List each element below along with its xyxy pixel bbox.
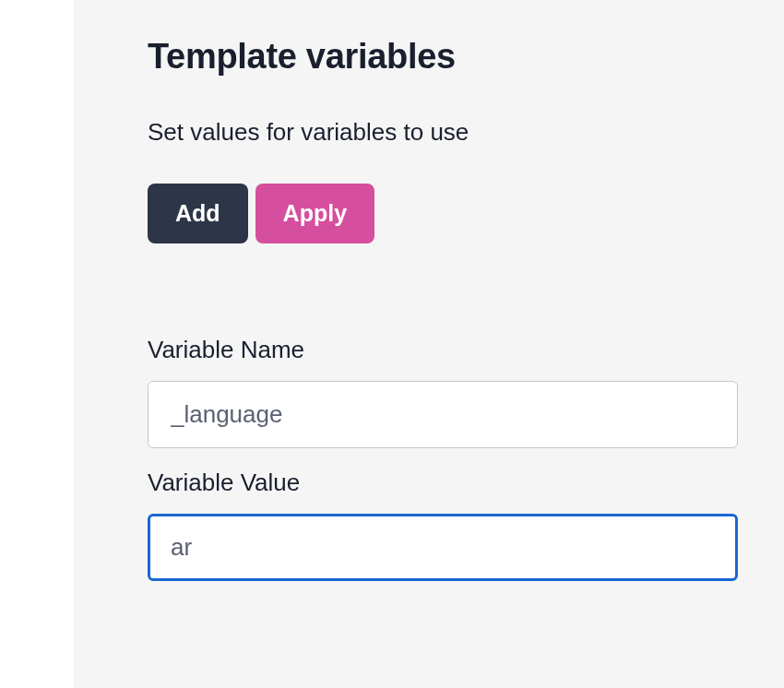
page-title: Template variables bbox=[148, 37, 738, 77]
description-text: Set values for variables to use bbox=[148, 118, 738, 147]
left-strip bbox=[0, 0, 74, 688]
variable-value-input[interactable] bbox=[148, 514, 738, 581]
add-button[interactable]: Add bbox=[148, 184, 248, 243]
variable-name-group: Variable Name bbox=[148, 336, 738, 448]
variable-name-label: Variable Name bbox=[148, 336, 738, 364]
main-panel: Template variables Set values for variab… bbox=[74, 0, 784, 688]
variable-name-input[interactable] bbox=[148, 381, 738, 448]
variable-value-label: Variable Value bbox=[148, 469, 738, 497]
variable-value-group: Variable Value bbox=[148, 469, 738, 581]
button-row: Add Apply bbox=[148, 184, 738, 243]
apply-button[interactable]: Apply bbox=[255, 184, 374, 243]
